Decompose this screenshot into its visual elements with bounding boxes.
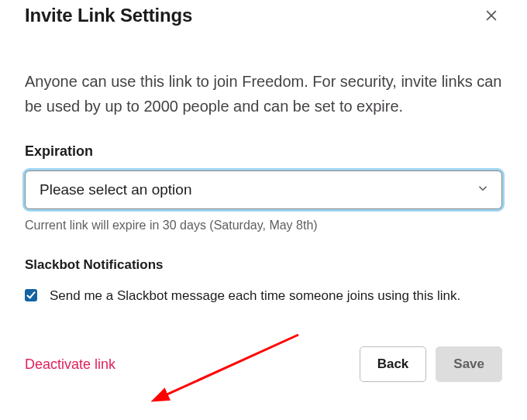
expiration-select-wrapper: Please select an option bbox=[25, 170, 502, 209]
modal-title: Invite Link Settings bbox=[25, 5, 192, 26]
close-icon bbox=[484, 8, 499, 23]
back-button[interactable]: Back bbox=[360, 346, 427, 382]
notification-checkbox-label[interactable]: Send me a Slackbot message each time som… bbox=[50, 285, 460, 306]
notification-checkbox[interactable] bbox=[25, 289, 37, 301]
deactivate-link-button[interactable]: Deactivate link bbox=[25, 356, 115, 373]
modal-description: Anyone can use this link to join Freedom… bbox=[25, 69, 502, 119]
notification-checkbox-row: Send me a Slackbot message each time som… bbox=[25, 285, 502, 306]
invite-link-settings-modal: Invite Link Settings Anyone can use this… bbox=[0, 0, 527, 382]
notifications-label: Slackbot Notifications bbox=[25, 257, 502, 273]
footer-buttons-group: Back Save bbox=[360, 346, 502, 382]
expiration-select[interactable]: Please select an option bbox=[25, 170, 502, 209]
expiration-label: Expiration bbox=[25, 143, 502, 160]
modal-header: Invite Link Settings bbox=[25, 0, 502, 26]
close-button[interactable] bbox=[480, 5, 502, 26]
save-button[interactable]: Save bbox=[436, 346, 502, 382]
expiration-helper-text: Current link will expire in 30 days (Sat… bbox=[25, 219, 502, 232]
modal-footer: Deactivate link Back Save bbox=[25, 346, 502, 382]
